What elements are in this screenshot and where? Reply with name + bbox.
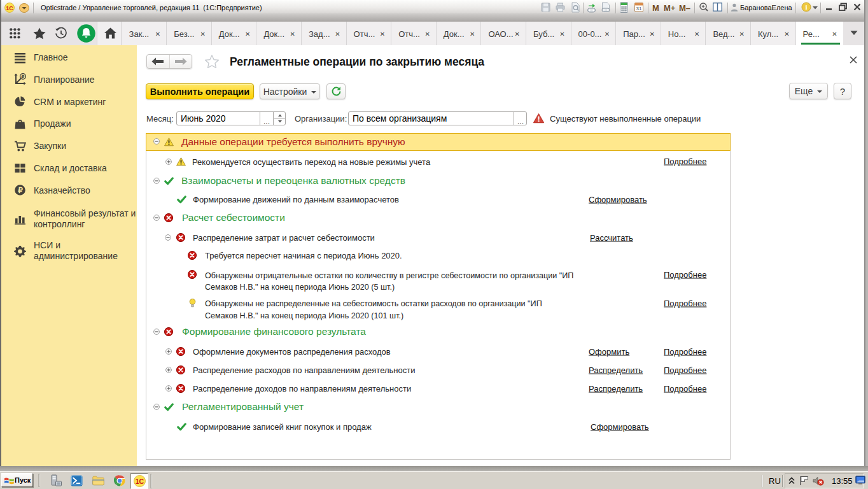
svg-text:31: 31 (636, 6, 642, 11)
svg-text:i: i (805, 3, 807, 11)
svg-text:₽: ₽ (18, 186, 23, 195)
svg-text:₽: ₽ (22, 74, 25, 80)
svg-text:1C: 1C (6, 5, 13, 11)
svg-text:1C: 1C (136, 478, 144, 485)
